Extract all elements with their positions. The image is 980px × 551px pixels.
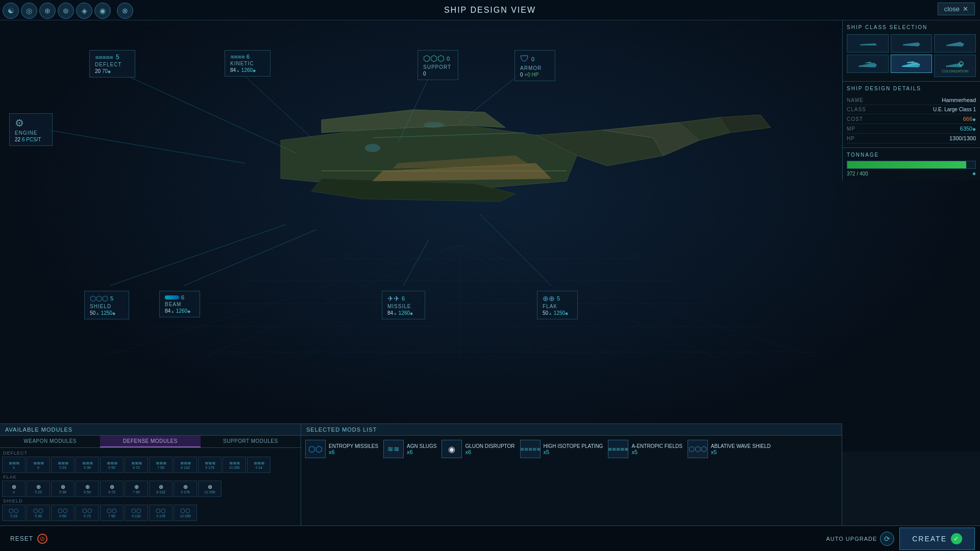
detail-class-value: U.E. Large Class 1 — [933, 107, 976, 112]
deflect-row-label: DEFLECT — [3, 450, 299, 456]
mod-deflect-9[interactable]: ≋≋≋9176 — [198, 457, 222, 473]
mod-flak-4[interactable]: ⊕650 — [76, 481, 99, 497]
nav-icon-1[interactable]: ☯ — [3, 3, 19, 19]
ship-class-frigate[interactable] — [847, 34, 889, 53]
mod-shield-6[interactable]: ⬡⬡8132 — [125, 505, 148, 521]
mod-flak-3[interactable]: ⊕536 — [51, 481, 75, 497]
armor-panel: 🛡 0 ARMOR 0 +0 HP — [514, 50, 555, 81]
shield-panel: ⬡⬡⬡ 5 SHIELD 50▲ 1250◆ — [84, 291, 129, 319]
tab-defense[interactable]: DEFENSE MODULES — [100, 436, 200, 447]
flak-values: 50▲ 1250◆ — [543, 310, 572, 316]
mod-deflect-2[interactable]: ≋≋≋8 — [27, 457, 50, 473]
mod-flak-1[interactable]: ⊕4 — [2, 481, 26, 497]
ship-class-colonization[interactable]: COLONIZATION — [934, 55, 976, 77]
tonnage-label: 372 / 400 ◆ — [847, 171, 976, 177]
detail-mp-value: 6350◆ — [960, 126, 976, 132]
tonnage-fill — [847, 161, 966, 168]
flak-label: FLAK — [543, 304, 572, 309]
entropy-thumb[interactable]: ⬡⬡ — [305, 440, 326, 458]
selected-mod-ablative: ⬡⬡⬡ ABLATIVE WAVE SHIELD x5 — [688, 440, 771, 458]
selected-mod-isotope: ≋≋≋≋≋ HIGH ISOTOPE PLATING x5 — [520, 440, 603, 458]
title-bar: ☯ ◎ ⊕ ⊛ ◈ ◉ ⊗ Ship Design View close ✕ — [0, 0, 980, 20]
mod-deflect-1[interactable]: ≋≋≋4 — [2, 457, 26, 473]
selected-mods-header: SELECTED MODS LIST — [301, 424, 842, 436]
selected-mods-grid: ⬡⬡ ENTROPY MISSILES x6 ≋≋ AGN SLUGS x6 ◉… — [301, 436, 842, 462]
nav-icon-3[interactable]: ⊕ — [39, 3, 56, 19]
mod-deflect-6[interactable]: ≋≋≋672 — [125, 457, 148, 473]
mod-deflect-3[interactable]: ≋≋≋523 — [51, 457, 75, 473]
mod-deflect-10[interactable]: ≋≋≋10250 — [223, 457, 246, 473]
mod-deflect-11[interactable]: ≋≋≋414 — [247, 457, 271, 473]
create-button[interactable]: CREATE ✓ — [899, 528, 975, 550]
engine-label: ENGINE — [15, 130, 47, 136]
ship-class-large1[interactable] — [847, 55, 889, 73]
module-content: DEFLECT ≋≋≋4 ≋≋≋8 ≋≋≋523 ≋≋≋636 ≋≋≋650 ≋… — [0, 448, 301, 523]
mod-flak-6[interactable]: ⊕790 — [125, 481, 148, 497]
mod-deflect-8[interactable]: ≋≋≋8132 — [174, 457, 197, 473]
colonization-label: COLONIZATION — [942, 69, 968, 73]
mod-flak-5[interactable]: ⊕672 — [100, 481, 124, 497]
ship-viewport[interactable]: ≋≋≋≋≋ 5 DEFLECT 20 70◆ ≋≋≋≋ 6 KINETIC 84… — [0, 20, 980, 452]
agn-thumb[interactable]: ≋≋ — [383, 440, 404, 458]
isotope-thumb[interactable]: ≋≋≋≋≋ — [520, 440, 541, 458]
ship-class-large2[interactable] — [891, 55, 933, 73]
nav-icon-2[interactable]: ◎ — [21, 3, 37, 19]
mod-flak-7[interactable]: ⊕8132 — [149, 481, 173, 497]
ship-class-title: SHIP CLASS SELECTION — [847, 24, 976, 30]
auto-upgrade-button[interactable]: AUTO UPGRADE ⟳ — [826, 532, 894, 546]
ablative-thumb[interactable]: ⬡⬡⬡ — [688, 440, 708, 458]
mod-flak-8[interactable]: ⊕9176 — [174, 481, 197, 497]
svg-line-13 — [459, 245, 817, 357]
beam-label: BEAM — [165, 302, 194, 307]
detail-cost-row: COST 666◆ — [847, 114, 976, 124]
svg-line-28 — [240, 71, 311, 138]
svg-line-32 — [110, 224, 286, 286]
deflect-panel: ≋≋≋≋≋ 5 DEFLECT 20 70◆ — [89, 50, 135, 78]
selected-mod-aentropic: ≋≋≋≋≋ A-ENTROPIC FIELDS x5 — [608, 440, 682, 458]
auto-upgrade-area: AUTO UPGRADE ⟳ CREATE ✓ — [826, 528, 980, 550]
svg-line-27 — [117, 71, 296, 153]
detail-mp-row: MP 6350◆ — [847, 124, 976, 134]
nav-icon-7[interactable]: ⊗ — [117, 3, 133, 19]
mod-shield-3[interactable]: ⬡⬡650 — [51, 505, 75, 521]
deflect-label: DEFLECT — [95, 62, 130, 67]
nav-icon-5[interactable]: ◈ — [76, 3, 92, 19]
create-check-icon: ✓ — [951, 533, 962, 544]
nav-icon-4[interactable]: ⊛ — [58, 3, 74, 19]
nav-icon-6[interactable]: ◉ — [94, 3, 111, 19]
module-tabs: WEAPON MODULES DEFENSE MODULES SUPPORT M… — [0, 436, 301, 448]
armor-values: 0 +0 HP — [520, 72, 550, 78]
tab-support[interactable]: SUPPORT MODULES — [201, 436, 301, 447]
agn-info: AGN SLUGS x6 — [407, 443, 436, 455]
aentropic-thumb[interactable]: ≋≋≋≋≋ — [608, 440, 628, 458]
reset-button[interactable]: RESET ⊘ — [0, 530, 58, 548]
shield-label: SHIELD — [90, 304, 124, 309]
gluon-thumb[interactable]: ◉ — [442, 440, 462, 458]
ship-class-cruiser[interactable] — [934, 34, 976, 53]
mod-deflect-5[interactable]: ≋≋≋650 — [100, 457, 124, 473]
support-values: 0 — [423, 71, 453, 77]
selected-mod-agn: ≋≋ AGN SLUGS x6 — [383, 440, 436, 458]
tab-weapon[interactable]: WEAPON MODULES — [0, 436, 100, 447]
close-button[interactable]: close ✕ — [938, 3, 975, 15]
mod-flak-2[interactable]: ⊕523 — [27, 481, 50, 497]
mod-shield-8[interactable]: ⬡⬡10250 — [174, 505, 197, 521]
tonnage-section: TONNAGE 372 / 400 ◆ — [843, 148, 980, 181]
gluon-info: GLUON DISRUPTOR x6 — [465, 443, 514, 455]
mod-shield-2[interactable]: ⬡⬡536 — [27, 505, 50, 521]
detail-cost-value: 666◆ — [963, 116, 976, 122]
shield-row: ⬡⬡523 ⬡⬡536 ⬡⬡650 ⬡⬡672 ⬡⬡790 ⬡⬡8132 ⬡⬡9… — [2, 505, 299, 521]
ship-class-destroyer[interactable] — [891, 34, 933, 53]
mod-shield-1[interactable]: ⬡⬡523 — [2, 505, 26, 521]
mod-deflect-4[interactable]: ≋≋≋636 — [76, 457, 99, 473]
mod-flak-9[interactable]: ⊕10250 — [198, 481, 222, 497]
detail-hp-value: 1300/1300 — [949, 135, 976, 141]
reset-icon: ⊘ — [37, 534, 47, 544]
mod-deflect-7[interactable]: ≋≋≋790 — [149, 457, 173, 473]
mod-shield-4[interactable]: ⬡⬡672 — [76, 505, 99, 521]
svg-line-11 — [459, 245, 612, 357]
kinetic-icon: ≋≋≋≋ — [230, 54, 244, 60]
mod-shield-5[interactable]: ⬡⬡790 — [100, 505, 124, 521]
beam-values: 84▲ 1260◆ — [165, 308, 194, 314]
mod-shield-7[interactable]: ⬡⬡9176 — [149, 505, 173, 521]
